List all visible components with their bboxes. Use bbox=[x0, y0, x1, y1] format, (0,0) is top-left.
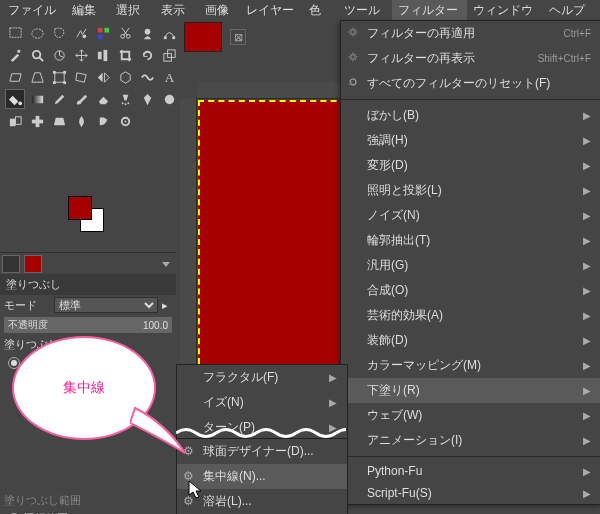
svg-rect-5 bbox=[97, 34, 102, 39]
tool-smudge[interactable] bbox=[93, 111, 113, 131]
filter-blur[interactable]: ぼかし(B)▶ bbox=[341, 103, 600, 128]
svg-rect-36 bbox=[31, 119, 42, 123]
tool-paintbrush[interactable] bbox=[71, 89, 91, 109]
menu-select[interactable]: 選択(S) bbox=[110, 0, 155, 20]
menu-file[interactable]: ファイル(F) bbox=[2, 0, 66, 20]
tool-foreground-select[interactable] bbox=[137, 23, 157, 43]
tool-ink[interactable] bbox=[137, 89, 157, 109]
tool-crop[interactable] bbox=[115, 45, 135, 65]
image-close-icon[interactable]: ⊠ bbox=[230, 29, 246, 45]
render-fractals[interactable]: フラクタル(F)▶ bbox=[177, 365, 347, 390]
menu-filters[interactable]: フィルター(R) bbox=[392, 0, 466, 20]
mode-label: モード bbox=[4, 298, 54, 313]
svg-rect-10 bbox=[172, 36, 175, 39]
render-sphere-designer[interactable]: ⚙ 球面デザイナー(D)... bbox=[177, 439, 347, 464]
tool-align[interactable] bbox=[93, 45, 113, 65]
filter-light[interactable]: 照明と投影(L)▶ bbox=[341, 178, 600, 203]
menu-edit[interactable]: 編集(E) bbox=[66, 0, 111, 20]
tool-measure[interactable] bbox=[49, 45, 69, 65]
annotation-callout: 集中線 bbox=[12, 336, 180, 456]
tool-zoom[interactable] bbox=[27, 45, 47, 65]
tool-flip[interactable] bbox=[93, 67, 113, 87]
menu-layer[interactable]: レイヤー(L) bbox=[240, 0, 303, 20]
mouse-cursor-icon bbox=[188, 480, 204, 503]
svg-text:A: A bbox=[164, 70, 174, 85]
image-thumb[interactable] bbox=[184, 22, 222, 52]
menu-color[interactable]: 色(C) bbox=[303, 0, 338, 20]
tool-fuzzy-select[interactable] bbox=[71, 23, 91, 43]
filter-reshow[interactable]: フィルターの再表示Shift+Ctrl+F bbox=[341, 46, 600, 71]
filter-render[interactable]: 下塗り(R)▶ bbox=[341, 378, 600, 403]
tab-menu-icon[interactable] bbox=[162, 262, 170, 267]
tab-colors[interactable] bbox=[24, 255, 42, 273]
svg-point-29 bbox=[121, 102, 123, 104]
tool-eraser[interactable] bbox=[93, 89, 113, 109]
filter-combine[interactable]: 合成(O)▶ bbox=[341, 278, 600, 303]
tool-move[interactable] bbox=[71, 45, 91, 65]
svg-rect-21 bbox=[54, 72, 63, 81]
tool-heal[interactable] bbox=[27, 111, 47, 131]
separator bbox=[341, 456, 600, 457]
tool-cage[interactable] bbox=[115, 67, 135, 87]
ruler-vertical[interactable] bbox=[180, 98, 197, 378]
filter-map[interactable]: カラーマッピング(M)▶ bbox=[341, 353, 600, 378]
cut-indicator bbox=[176, 426, 346, 436]
tool-color-picker[interactable] bbox=[5, 45, 25, 65]
menu-tools[interactable]: ツール(T) bbox=[338, 0, 392, 20]
tool-perspective-clone[interactable] bbox=[49, 111, 69, 131]
svg-rect-18 bbox=[103, 49, 107, 60]
color-swatch[interactable] bbox=[68, 196, 104, 232]
ruler-horizontal[interactable] bbox=[198, 82, 358, 99]
tool-handle-transform[interactable] bbox=[71, 67, 91, 87]
svg-rect-11 bbox=[17, 49, 20, 52]
filter-generic[interactable]: 汎用(G)▶ bbox=[341, 253, 600, 278]
tab-tool-options[interactable] bbox=[2, 255, 20, 273]
tool-dodge[interactable] bbox=[115, 111, 135, 131]
tool-free-select[interactable] bbox=[49, 23, 69, 43]
opacity-value: 100.0 bbox=[143, 320, 168, 331]
mode-extra-icon[interactable]: ▸ bbox=[158, 299, 172, 312]
filter-artistic[interactable]: 芸術的効果(A)▶ bbox=[341, 303, 600, 328]
separator bbox=[341, 99, 600, 100]
filter-distort[interactable]: 変形(D)▶ bbox=[341, 153, 600, 178]
tool-gradient[interactable] bbox=[27, 89, 47, 109]
filter-python-fu[interactable]: Python-Fu▶ bbox=[341, 460, 600, 482]
fg-color[interactable] bbox=[68, 196, 92, 220]
filter-decor[interactable]: 装飾(D)▶ bbox=[341, 328, 600, 353]
menu-view[interactable]: 表示(V) bbox=[155, 0, 200, 20]
menu-window[interactable]: ウィンドウ(W) bbox=[467, 0, 544, 20]
tool-airbrush[interactable] bbox=[115, 89, 135, 109]
tool-unified-transform[interactable] bbox=[49, 67, 69, 87]
svg-rect-22 bbox=[52, 70, 55, 73]
opacity-label: 不透明度 bbox=[8, 318, 48, 332]
tool-by-color-select[interactable] bbox=[93, 23, 113, 43]
tool-bucket-fill[interactable] bbox=[5, 89, 25, 109]
filter-reapply[interactable]: フィルターの再適用Ctrl+F bbox=[341, 21, 600, 46]
tool-perspective[interactable] bbox=[27, 67, 47, 87]
tool-blur[interactable] bbox=[71, 111, 91, 131]
area-selection-radio[interactable]: 選択範囲 bbox=[0, 510, 176, 514]
tool-ellipse-select[interactable] bbox=[27, 23, 47, 43]
callout-text: 集中線 bbox=[63, 379, 105, 397]
canvas[interactable] bbox=[198, 100, 357, 374]
opacity-slider[interactable]: 不透明度 100.0 bbox=[4, 317, 172, 333]
filter-web[interactable]: ウェブ(W)▶ bbox=[341, 403, 600, 428]
render-noise[interactable]: イズ(N)▶ bbox=[177, 390, 347, 415]
menu-help[interactable]: ヘルプ(H) bbox=[543, 0, 598, 20]
tool-warp[interactable] bbox=[137, 67, 157, 87]
mode-select[interactable]: 標準 bbox=[54, 297, 158, 313]
tool-pencil[interactable] bbox=[49, 89, 69, 109]
tool-rect-select[interactable] bbox=[5, 23, 25, 43]
tool-shear[interactable] bbox=[5, 67, 25, 87]
tool-scissors[interactable] bbox=[115, 23, 135, 43]
filter-reset-all[interactable]: すべてのフィルターのリセット(F) bbox=[341, 71, 600, 96]
filter-script-fu[interactable]: Script-Fu(S)▶ bbox=[341, 482, 600, 504]
menu-image[interactable]: 画像(I) bbox=[199, 0, 240, 20]
filter-enhance[interactable]: 強調(H)▶ bbox=[341, 128, 600, 153]
tool-clone[interactable] bbox=[5, 111, 25, 131]
svg-point-12 bbox=[32, 50, 40, 58]
filter-noise[interactable]: ノイズ(N)▶ bbox=[341, 203, 600, 228]
filter-edge[interactable]: 輪郭抽出(T)▶ bbox=[341, 228, 600, 253]
tool-rotate[interactable] bbox=[137, 45, 157, 65]
filter-animation[interactable]: アニメーション(I)▶ bbox=[341, 428, 600, 453]
